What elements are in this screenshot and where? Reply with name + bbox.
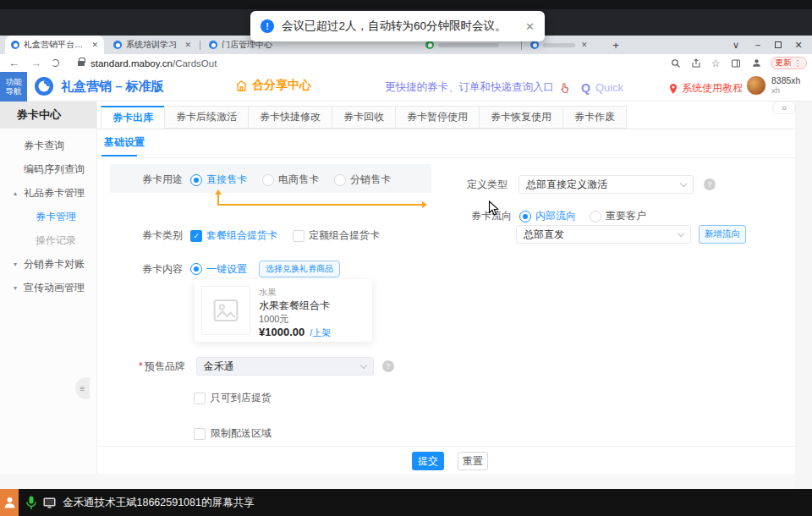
define-type-value: 总部直接定义激活 [526, 178, 607, 192]
toast-text: 会议已超过2人，自动转为60分钟限时会议。 [282, 19, 507, 34]
collapse-panel-button[interactable]: » [772, 101, 796, 114]
microphone-icon[interactable] [26, 496, 36, 510]
add-flow-button[interactable]: 新增流向 [699, 225, 746, 244]
browser-tab-active[interactable]: 礼盒营销平台管理中心 ✕ [5, 36, 104, 54]
system-tutorial-link[interactable]: 系统使用教程 [668, 81, 743, 96]
radio-one-click-setup[interactable] [190, 263, 202, 275]
reload-icon[interactable] [52, 59, 59, 67]
sidebar-group-promo-animation[interactable]: ▾ 宣传动画管理 [0, 276, 96, 299]
quick-entry[interactable]: 更快捷的券卡、订单和快递查询入口 Q Quick [385, 80, 623, 95]
browser-tab[interactable]: 系统培训学习 ✕ [107, 36, 197, 54]
sidebar: 券卡中心 券卡查询 编码序列查询 ▴ 礼品券卡管理 券卡管理 操作记录 ▾ 分销… [0, 102, 97, 474]
tab-card-suspend[interactable]: 券卡暂停使用 [395, 106, 480, 129]
sidebar-item-operation-log[interactable]: 操作记录 [0, 228, 96, 252]
window-close-button[interactable]: ✕ [788, 36, 809, 54]
checkbox-label-fixed-combo-pickup-card[interactable]: 定额组合提货卡 [309, 228, 380, 243]
checkbox-label-pickup-only[interactable]: 只可到店提货 [211, 391, 272, 405]
function-nav-toggle[interactable]: 功能 导航 [0, 72, 27, 102]
bookmark-star-icon[interactable]: ☆ [711, 58, 721, 69]
define-type-row: 定义类型 总部直接定义激活 ? [467, 175, 716, 194]
nav-toggle-line2: 导航 [6, 87, 22, 96]
radio-label-internal-flow[interactable]: 内部流向 [535, 209, 576, 223]
presale-brand-value: 金禾通 [204, 360, 234, 374]
sidebar-group-gift-card-mgmt[interactable]: ▴ 礼品券卡管理 [0, 181, 96, 205]
presale-brand-select[interactable]: 金禾通 [196, 357, 374, 376]
side-panel-icon[interactable] [731, 58, 741, 69]
tabbar-divider [97, 129, 795, 129]
checkbox-limit-area[interactable] [194, 428, 206, 440]
profile-icon[interactable] [751, 58, 762, 69]
sidebar-item-card-query[interactable]: 券卡查询 [0, 134, 96, 157]
url-path: /CardsOut [173, 58, 217, 69]
share-icon[interactable] [691, 58, 701, 69]
radio-label-ecommerce-sale[interactable]: 电商售卡 [278, 173, 319, 187]
radio-label-key-customer[interactable]: 重要客户 [606, 209, 646, 223]
reset-button[interactable]: 重置 [458, 452, 488, 470]
radio-label-one-click-setup[interactable]: 一键设置 [206, 262, 247, 277]
tab-card-outbound[interactable]: 券卡出库 [101, 106, 165, 129]
tab-card-recycle[interactable]: 券卡回收 [332, 106, 396, 129]
checkbox-fixed-combo-pickup-card[interactable] [293, 230, 304, 242]
radio-distribution-sale[interactable] [334, 174, 346, 186]
radio-direct-sale[interactable] [190, 174, 202, 186]
tab-search-chevron-icon[interactable]: ∨ [726, 36, 746, 54]
choose-gift-products-button[interactable]: 选择兑换礼券商品 [259, 261, 340, 277]
pointing-hand-icon [559, 82, 571, 94]
url-text[interactable]: standard.maboy.cn/CardsOut [91, 58, 217, 69]
tab-card-void[interactable]: 券卡作废 [562, 106, 627, 129]
tab-close-icon[interactable]: ✕ [581, 41, 588, 49]
share-center-link[interactable]: 合分享中心 [235, 78, 311, 93]
flow-select[interactable]: 总部直发 [516, 225, 691, 244]
site-favicon-icon [113, 41, 122, 49]
window-maximize-button[interactable] [768, 36, 788, 54]
sidebar-title: 券卡中心 [0, 102, 96, 129]
checkbox-combo-pickup-card[interactable]: ✓ [190, 230, 202, 242]
radio-key-customer[interactable] [590, 211, 601, 222]
app-logo-icon [34, 76, 54, 96]
mouse-cursor [488, 200, 499, 217]
sidebar-item-code-sequence-query[interactable]: 编码序列查询 [0, 157, 96, 181]
flow-arrow-line [217, 204, 422, 206]
screen-share-icon[interactable] [43, 497, 56, 508]
new-tab-button[interactable]: + [607, 36, 624, 54]
browser-update-button[interactable]: 更新 ⋮ [771, 57, 808, 69]
back-icon[interactable]: ← [8, 57, 19, 69]
sidebar-group-distribution-reconciliation[interactable]: ▾ 分销券卡对账 [0, 252, 96, 276]
tab-close-icon[interactable]: ✕ [184, 41, 191, 49]
forward-icon[interactable]: → [30, 57, 41, 69]
chevron-down-icon: ▾ [14, 284, 17, 292]
user-block[interactable]: 8385xh xh [746, 75, 800, 96]
lock-icon[interactable] [78, 61, 85, 66]
subtab-basic-settings[interactable]: 基础设置 [104, 135, 145, 156]
tab-card-resume[interactable]: 券卡恢复使用 [479, 106, 563, 129]
check-icon: ✓ [193, 232, 200, 240]
pickup-only-row: 只可到店提货 [194, 391, 272, 405]
toast-close-icon[interactable]: ✕ [525, 20, 535, 33]
tab-close-icon[interactable]: ✕ [91, 41, 98, 49]
product-card[interactable]: 水果 水果套餐组合卡 1000元 ¥1000.00/上架 [195, 279, 372, 342]
sidebar-group-label: 宣传动画管理 [24, 281, 85, 295]
radio-label-distribution-sale[interactable]: 分销售卡 [350, 173, 391, 187]
radio-ecommerce-sale[interactable] [262, 174, 274, 186]
window-minimize-button[interactable]: − [748, 36, 768, 54]
checkbox-pickup-only[interactable] [194, 392, 206, 404]
product-onshelf-link[interactable]: /上架 [310, 327, 331, 338]
site-favicon-icon [425, 41, 434, 49]
checkbox-label-combo-pickup-card[interactable]: 套餐组合提货卡 [206, 228, 277, 243]
obscured-tab-title [543, 43, 575, 47]
radio-label-direct-sale[interactable]: 直接售卡 [206, 173, 247, 187]
product-price-row: ¥1000.00/上架 [259, 326, 331, 339]
define-type-select[interactable]: 总部直接定义激活 [518, 175, 694, 194]
radio-internal-flow[interactable] [519, 211, 531, 222]
footer-divider [97, 446, 795, 447]
help-icon[interactable]: ? [704, 178, 716, 190]
flow-arrow-right-head [422, 201, 427, 208]
submit-button[interactable]: 提交 [412, 452, 444, 470]
tab-card-quick-modify[interactable]: 券卡快捷修改 [248, 106, 332, 129]
help-icon[interactable]: ? [382, 360, 394, 372]
tab-card-later-activation[interactable]: 券卡后续激活 [164, 106, 249, 129]
picture-icon [212, 297, 239, 324]
zoom-icon[interactable] [671, 58, 681, 69]
checkbox-label-limit-area[interactable]: 限制配送区域 [211, 426, 272, 441]
sidebar-item-card-management[interactable]: 券卡管理 [0, 205, 96, 228]
